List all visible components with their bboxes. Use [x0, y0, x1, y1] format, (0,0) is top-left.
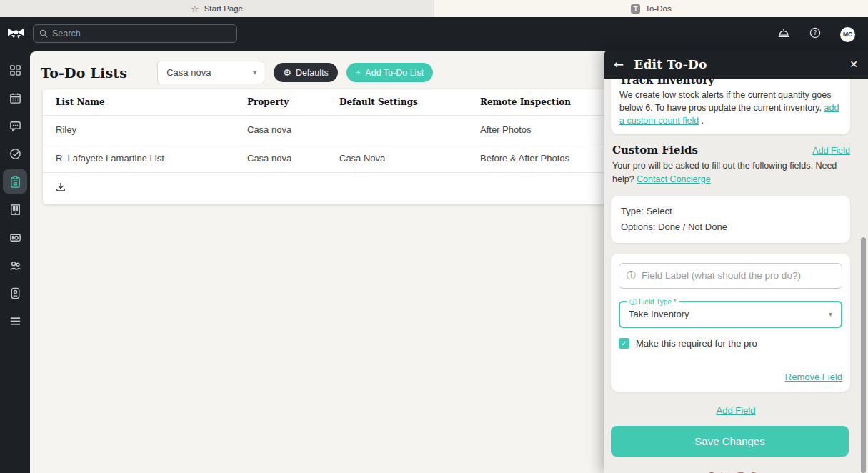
browser-tab-start-page[interactable]: ☆ Start Page	[0, 0, 434, 17]
browser-tab-todos[interactable]: T To-Dos	[434, 0, 868, 17]
required-checkbox-label: Make this required for the pro	[636, 338, 757, 349]
clipboard-list-icon	[9, 175, 22, 189]
custom-fields-heading: Custom Fields	[612, 144, 698, 156]
page-title: To-Do Lists	[41, 65, 127, 81]
star-icon: ☆	[191, 4, 199, 14]
help-icon[interactable]: ?	[809, 26, 822, 42]
plus-icon: +	[356, 67, 361, 78]
global-search	[33, 24, 237, 43]
add-todo-list-button[interactable]: + Add To-Do List	[346, 63, 433, 82]
building-icon	[9, 203, 22, 216]
sidebar-item-dashboard[interactable]	[3, 58, 27, 82]
add-field-link-top[interactable]: Add Field	[812, 146, 850, 156]
check-circle-icon	[9, 147, 22, 161]
column-header-list-name: List Name	[43, 97, 247, 107]
field-options-line: Options: Done / Not Done	[621, 220, 840, 234]
close-icon[interactable]: ✕	[849, 59, 858, 70]
edit-todo-panel: ← Edit To-Do ✕ Track Inventory We create…	[604, 50, 868, 473]
contact-concierge-link[interactable]: Contact Concierge	[637, 174, 711, 184]
sidebar-item-people[interactable]	[3, 253, 27, 277]
sidebar-item-tasks[interactable]	[3, 141, 27, 166]
column-header-default-settings: Default Settings	[339, 97, 480, 107]
brand-logo-bow-icon[interactable]	[8, 27, 24, 41]
search-icon	[39, 29, 48, 38]
people-icon	[9, 259, 22, 272]
column-header-property: Property	[247, 97, 339, 107]
delete-todo-link[interactable]: Delete To-Do	[709, 470, 763, 473]
property-filter-select[interactable]: Casa nova ▾	[157, 61, 264, 84]
payment-icon	[9, 231, 22, 244]
user-avatar[interactable]: MC	[840, 27, 855, 42]
panel-title: Edit To-Do	[634, 57, 707, 71]
notifications-bell-icon[interactable]	[777, 26, 790, 42]
todos-favicon-icon: T	[631, 4, 640, 14]
chat-icon	[9, 119, 22, 133]
gear-icon: ⚙	[283, 68, 291, 77]
info-icon: ⓘ	[629, 297, 637, 307]
property-filter-value: Casa nova	[166, 67, 211, 78]
sidebar-item-contacts[interactable]	[3, 281, 27, 305]
add-field-link-bottom[interactable]: Add Field	[717, 405, 756, 416]
back-arrow-icon[interactable]: ←	[614, 57, 624, 71]
sidebar-item-properties[interactable]	[3, 197, 27, 221]
save-changes-button[interactable]: Save Changes	[611, 426, 849, 457]
field-type-label: Field Type *	[639, 298, 677, 306]
chevron-down-icon: ▾	[829, 310, 832, 318]
browser-tab-bar: ☆ Start Page T To-Dos	[0, 0, 868, 17]
chevron-down-icon: ▾	[253, 69, 256, 76]
info-icon: ⓘ	[627, 269, 636, 282]
sidebar-item-todo-lists[interactable]	[3, 169, 27, 194]
sidebar-item-menu[interactable]	[3, 309, 27, 333]
search-input[interactable]	[52, 29, 231, 39]
required-checkbox[interactable]: ✓	[619, 338, 629, 349]
remove-field-link[interactable]: Remove Field	[785, 372, 842, 382]
field-label-input[interactable]	[619, 263, 842, 289]
dashboard-icon	[9, 64, 22, 77]
existing-field-card: Type: Select Options: Done / Not Done	[611, 196, 850, 243]
sidebar-nav	[0, 51, 30, 473]
download-icon[interactable]	[55, 181, 66, 196]
panel-scrollbar[interactable]	[861, 237, 866, 473]
calendar-icon	[9, 91, 22, 105]
panel-header: ← Edit To-Do ✕	[604, 50, 868, 79]
tab-label: Start Page	[204, 4, 243, 13]
sidebar-item-payments[interactable]	[3, 225, 27, 249]
defaults-button[interactable]: ⚙ Defaults	[274, 63, 338, 82]
track-inventory-heading: Track Inventory	[619, 79, 842, 86]
panel-body: Track Inventory We create low stock aler…	[604, 79, 868, 473]
track-inventory-card: Track Inventory We create low stock aler…	[611, 79, 850, 134]
app-header: ? MC	[0, 17, 868, 51]
contact-badge-icon	[9, 287, 22, 300]
hamburger-menu-icon	[9, 314, 22, 328]
tab-label: To-Dos	[645, 4, 671, 13]
field-editor-card: ⓘ ⓘ Field Type * Take Inventory ▾ ✓ Make…	[611, 254, 850, 392]
sidebar-item-calendar[interactable]	[3, 86, 27, 110]
svg-text:?: ?	[814, 29, 817, 36]
field-type-select[interactable]: ⓘ Field Type * Take Inventory ▾	[619, 301, 842, 328]
field-type-line: Type: Select	[621, 204, 840, 219]
field-type-value: Take Inventory	[629, 309, 689, 319]
sidebar-item-messages[interactable]	[3, 114, 27, 138]
